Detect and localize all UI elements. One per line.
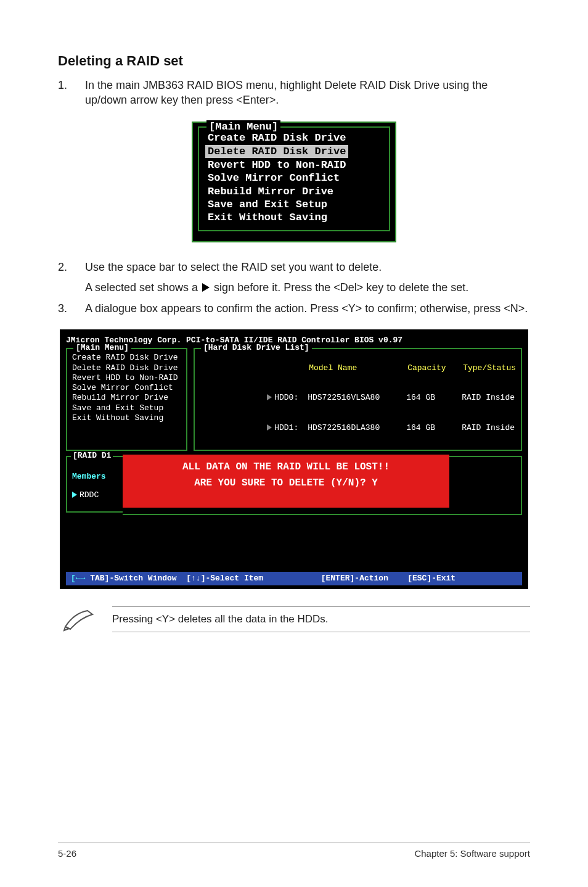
step-text: A dialogue box appears to confirm the ac… xyxy=(85,301,530,316)
section-title: Deleting a RAID set xyxy=(58,53,530,69)
triangle-icon xyxy=(202,283,210,292)
panel-hdd-list: [Hard Disk Drive List] Model NameCapacit… xyxy=(194,348,522,450)
pencil-icon xyxy=(63,607,97,632)
step-1: 1. In the main JMB363 RAID BIOS menu, hi… xyxy=(58,78,530,108)
mm-item: Rebuild Mirror Drive xyxy=(72,393,181,403)
menu-item-delete-selected: Delete RAID Disk Drive xyxy=(205,145,348,158)
row-marker-icon xyxy=(267,424,272,431)
mm-item: Delete RAID Disk Drive xyxy=(72,363,181,373)
menu-item-exit: Exit Without Saving xyxy=(205,211,383,224)
mm-item: Revert HDD to Non-RAID xyxy=(72,373,181,383)
step-number: 1. xyxy=(58,78,85,108)
hdd-cap: 164 GB xyxy=(406,393,462,403)
footer-lead: [←→ xyxy=(71,574,90,583)
step2-sub-b: sign before it. Press the <Del> key to d… xyxy=(211,281,468,294)
delete-confirm-dialog: ALL DATA ON THE RAID WILL BE LOST!! ARE … xyxy=(123,455,449,508)
steps-list-2: 2. Use the space bar to select the RAID … xyxy=(58,260,530,316)
mm-item: Create RAID Disk Drive xyxy=(72,353,181,363)
steps-list: 1. In the main JMB363 RAID BIOS menu, hi… xyxy=(58,78,530,108)
step2-main: Use the space bar to select the RAID set… xyxy=(85,261,382,273)
panel-main-menu-title: [Main Menu] xyxy=(73,343,131,353)
step-3: 3. A dialogue box appears to confirm the… xyxy=(58,301,530,316)
mm-item: Save and Exit Setup xyxy=(72,403,181,413)
hdd-table: Model NameCapacityType/Status HDD0:HDS72… xyxy=(200,353,516,443)
warn-line-2: ARE YOU SURE TO DELETE (Y/N)? Y xyxy=(123,477,449,489)
panel-raid-title: [RAID Di xyxy=(71,451,113,461)
step-text: Use the space bar to select the RAID set… xyxy=(85,260,530,295)
bios-inner-frame: [Main Menu] Create RAID Disk Drive Delet… xyxy=(198,126,390,232)
row-marker-icon xyxy=(267,394,272,400)
chapter-label: Chapter 5: Software support xyxy=(414,848,530,859)
step-number: 2. xyxy=(58,260,85,295)
menu-item-revert: Revert HDD to Non-RAID xyxy=(205,159,383,171)
warn-line-1: ALL DATA ON THE RAID WILL BE LOST!! xyxy=(123,461,449,473)
panel-main-menu: [Main Menu] Create RAID Disk Drive Delet… xyxy=(66,348,187,450)
note-text-wrap: Pressing <Y> deletes all the data in the… xyxy=(112,606,530,632)
hdd-cap: 164 GB xyxy=(406,423,462,433)
footer-enter: [ENTER]-Action xyxy=(321,574,388,583)
menu-item-save: Save and Exit Setup xyxy=(205,198,383,211)
mm-item: Solve Mirror Conflict xyxy=(72,383,181,393)
note-row: Pressing <Y> deletes all the data in the… xyxy=(63,606,530,632)
menu-item-solve: Solve Mirror Conflict xyxy=(205,171,383,184)
spacer xyxy=(66,515,522,567)
step-text: In the main JMB363 RAID BIOS menu, highl… xyxy=(85,78,530,108)
bios-top-row: [Main Menu] Create RAID Disk Drive Delet… xyxy=(66,348,522,450)
hdd-header-row: Model NameCapacityType/Status xyxy=(200,353,516,383)
hdd-row: HDD0:HDS722516VLSA80164 GBRAID Inside xyxy=(200,383,516,413)
page: Deleting a RAID set 1. In the main JMB36… xyxy=(0,0,588,887)
footer-tab: TAB]-Switch Window xyxy=(90,574,176,583)
step-number: 3. xyxy=(58,301,85,316)
hdd-model: HDS722516VLSA80 xyxy=(308,393,406,403)
note-text: Pressing <Y> deletes all the data in the… xyxy=(112,613,329,625)
rddc-label: RDDC xyxy=(80,490,99,500)
col-type: Type/Status xyxy=(463,363,516,373)
bios-main-menu-title: [Main Menu] xyxy=(206,120,280,133)
triangle-icon xyxy=(72,492,77,498)
col-model: Model Name xyxy=(309,363,407,373)
hdd-row: HDD1:HDS722516DLA380164 GBRAID Inside xyxy=(200,413,516,444)
col-capacity: Capacity xyxy=(407,363,463,373)
hdd-model: HDS722516DLA380 xyxy=(308,423,406,433)
bios-main-menu-screenshot: [Main Menu] Create RAID Disk Drive Delet… xyxy=(58,122,530,243)
bios-full-screenshot: JMicron Technology Corp. PCI-to-SATA II/… xyxy=(58,329,530,589)
footer-esc: [ESC]-Exit xyxy=(407,574,455,583)
menu-item-rebuild: Rebuild Mirror Drive xyxy=(205,185,383,198)
bios-mid-row: [RAID Di Members RDDC ALL DATA ON THE RA… xyxy=(66,456,522,515)
bios-footer-bar: [←→ TAB]-Switch Window [↑↓]-Select Item … xyxy=(66,572,522,585)
rddc-row: RDDC xyxy=(72,490,120,500)
hdd-type: RAID Inside xyxy=(462,393,515,402)
hdd-slot: HDD0: xyxy=(274,393,308,403)
panel-hdd-title: [Hard Disk Drive List] xyxy=(201,343,312,353)
panel-raid-disk: [RAID Di Members RDDC xyxy=(66,456,123,513)
hdd-slot: HDD1: xyxy=(274,423,308,433)
page-number: 5-26 xyxy=(58,848,76,859)
hdd-type: RAID Inside xyxy=(462,423,515,432)
step-2: 2. Use the space bar to select the RAID … xyxy=(58,260,530,295)
bios-outer-frame: [Main Menu] Create RAID Disk Drive Delet… xyxy=(192,122,396,243)
bios-full-frame: JMicron Technology Corp. PCI-to-SATA II/… xyxy=(60,329,528,589)
step2-sub: A selected set shows a sign before it. P… xyxy=(85,280,530,295)
page-footer: 5-26 Chapter 5: Software support xyxy=(58,843,530,859)
footer-arrows: [↑↓]-Select Item xyxy=(186,574,263,583)
mm-item: Exit Without Saving xyxy=(72,413,181,423)
members-label: Members xyxy=(72,472,120,482)
step2-sub-a: A selected set shows a xyxy=(85,281,201,294)
